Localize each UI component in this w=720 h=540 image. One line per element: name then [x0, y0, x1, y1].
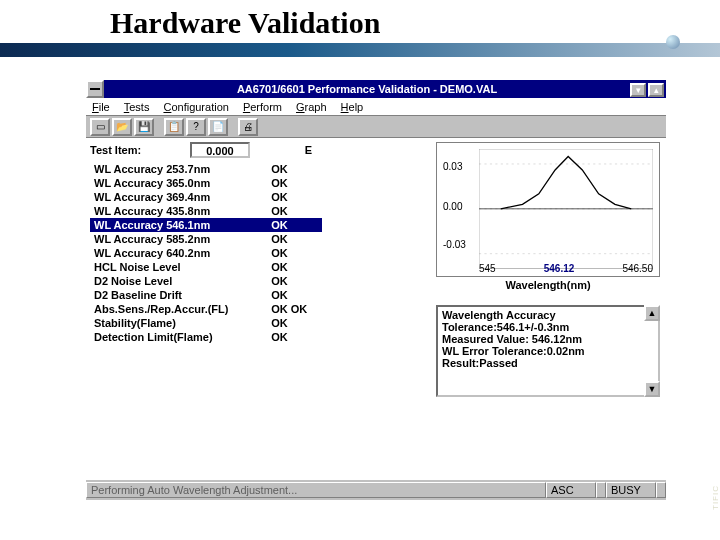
test-item-label: Test Item: — [90, 144, 141, 156]
details-box: ▲ Wavelength Accuracy Tolerance:546.1+/-… — [436, 305, 660, 397]
test-status: OK — [267, 246, 322, 260]
test-status: OK OK — [267, 302, 322, 316]
status-bar: Performing Auto Wavelength Adjustment...… — [86, 480, 666, 500]
status-busy: BUSY — [606, 482, 656, 498]
test-name: WL Accuracy 369.4nm — [90, 190, 267, 204]
menu-configuration[interactable]: Configuration — [163, 101, 228, 113]
test-list-panel: Test Item: 0.000 E WL Accuracy 253.7nmOK… — [86, 138, 326, 480]
test-name: D2 Noise Level — [90, 274, 267, 288]
xticks: 545 546.12 546.50 — [479, 263, 653, 274]
window-titlebar: AA6701/6601 Performance Validation - DEM… — [86, 80, 666, 98]
table-row[interactable]: WL Accuracy 546.1nmOK — [90, 218, 322, 232]
test-status: OK — [267, 274, 322, 288]
open-icon[interactable]: 📂 — [112, 118, 132, 136]
detail-line: Result:Passed — [442, 357, 654, 369]
test-status: OK — [267, 260, 322, 274]
table-row[interactable]: Stability(Flame)OK — [90, 316, 322, 330]
table-row[interactable]: WL Accuracy 365.0nmOK — [90, 176, 322, 190]
header-band — [0, 43, 720, 57]
menu-graph[interactable]: Graph — [296, 101, 327, 113]
xtick-left: 545 — [479, 263, 496, 274]
test-status: OK — [267, 204, 322, 218]
menu-file[interactable]: File — [92, 101, 110, 113]
report-icon[interactable]: 📄 — [208, 118, 228, 136]
test-status: OK — [267, 232, 322, 246]
test-name: WL Accuracy 640.2nm — [90, 246, 267, 260]
chart-box: 0.03 0.00 -0.03 545 546.12 546.50 — [436, 142, 660, 277]
test-name: WL Accuracy 585.2nm — [90, 232, 267, 246]
test-name: WL Accuracy 435.8nm — [90, 204, 267, 218]
x-axis-label: Wavelength(nm) — [436, 279, 660, 291]
save-icon[interactable]: 💾 — [134, 118, 154, 136]
client-area: Test Item: 0.000 E WL Accuracy 253.7nmOK… — [86, 138, 666, 480]
watermark: TIFIC — [711, 485, 720, 510]
new-icon[interactable]: ▭ — [90, 118, 110, 136]
test-status: OK — [267, 288, 322, 302]
detail-line: Tolerance:546.1+/-0.3nm — [442, 321, 654, 333]
table-row[interactable]: D2 Baseline DriftOK — [90, 288, 322, 302]
test-status: OK — [267, 176, 322, 190]
table-row[interactable]: WL Accuracy 640.2nmOK — [90, 246, 322, 260]
test-name: Abs.Sens./Rep.Accur.(FL) — [90, 302, 267, 316]
test-name: Stability(Flame) — [90, 316, 267, 330]
menu-tests[interactable]: Tests — [124, 101, 150, 113]
minimize-button[interactable]: ▾ — [630, 83, 646, 97]
test-name: WL Accuracy 365.0nm — [90, 176, 267, 190]
table-row[interactable]: HCL Noise LevelOK — [90, 260, 322, 274]
xtick-right: 546.50 — [622, 263, 653, 274]
menu-help[interactable]: Help — [341, 101, 364, 113]
table-row[interactable]: D2 Noise LevelOK — [90, 274, 322, 288]
system-menu-icon[interactable] — [86, 80, 104, 98]
chart-svg — [479, 149, 653, 269]
test-status: OK — [267, 316, 322, 330]
scroll-up-button[interactable]: ▲ — [644, 305, 660, 321]
test-name: D2 Baseline Drift — [90, 288, 267, 302]
menu-bar: File Tests Configuration Perform Graph H… — [86, 98, 666, 116]
detail-line: WL Error Tolerance:0.02nm — [442, 345, 654, 357]
table-row[interactable]: WL Accuracy 585.2nmOK — [90, 232, 322, 246]
ytick-1: 0.00 — [443, 201, 462, 212]
slide-title: Hardware Validation — [110, 6, 380, 40]
table-row[interactable]: WL Accuracy 369.4nmOK — [90, 190, 322, 204]
value-readout: 0.000 — [190, 142, 250, 158]
detail-line: Wavelength Accuracy — [442, 309, 654, 321]
test-name: HCL Noise Level — [90, 260, 267, 274]
test-status: OK — [267, 162, 322, 176]
print-icon[interactable]: 🖨 — [238, 118, 258, 136]
test-name: WL Accuracy 253.7nm — [90, 162, 267, 176]
units-label: E — [305, 144, 312, 156]
status-message: Performing Auto Wavelength Adjustment... — [86, 482, 546, 498]
test-status: OK — [267, 190, 322, 204]
test-name: Detection Limit(Flame) — [90, 330, 267, 344]
table-row[interactable]: Abs.Sens./Rep.Accur.(FL)OK OK — [90, 302, 322, 316]
ytick-0: 0.03 — [443, 161, 462, 172]
chart-panel: 0.03 0.00 -0.03 545 546.12 546.50 Wavele… — [436, 138, 666, 480]
help-icon[interactable]: ? — [186, 118, 206, 136]
menu-perform[interactable]: Perform — [243, 101, 282, 113]
table-row[interactable]: WL Accuracy 253.7nmOK — [90, 162, 322, 176]
table-row[interactable]: Detection Limit(Flame)OK — [90, 330, 322, 344]
test-status: OK — [267, 330, 322, 344]
detail-line: Measured Value: 546.12nm — [442, 333, 654, 345]
scroll-down-button[interactable]: ▼ — [644, 381, 660, 397]
ytick-2: -0.03 — [443, 239, 466, 250]
test-list[interactable]: WL Accuracy 253.7nmOKWL Accuracy 365.0nm… — [90, 162, 322, 344]
xtick-center: 546.12 — [544, 263, 575, 274]
test-name: WL Accuracy 546.1nm — [90, 218, 267, 232]
table-row[interactable]: WL Accuracy 435.8nmOK — [90, 204, 322, 218]
status-asc: ASC — [546, 482, 596, 498]
app-window: AA6701/6601 Performance Validation - DEM… — [86, 80, 666, 500]
toolbar: ▭ 📂 💾 📋 ? 📄 🖨 — [86, 116, 666, 138]
copy-icon[interactable]: 📋 — [164, 118, 184, 136]
maximize-button[interactable]: ▴ — [648, 83, 664, 97]
test-status: OK — [267, 218, 322, 232]
window-title: AA6701/6601 Performance Validation - DEM… — [104, 83, 630, 95]
